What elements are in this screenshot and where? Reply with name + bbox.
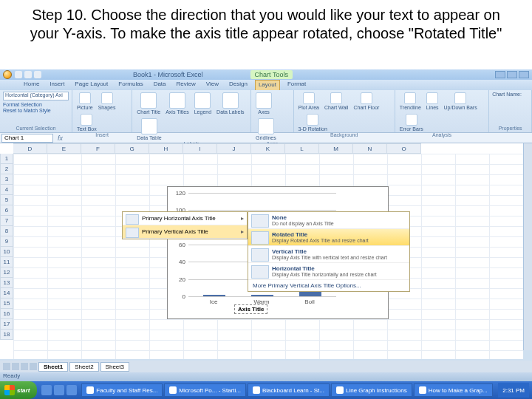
tab-home[interactable]: Home bbox=[21, 80, 42, 90]
data-labels-button[interactable]: Data Labels bbox=[215, 92, 245, 115]
data-table-button[interactable]: Data Table bbox=[135, 117, 163, 141]
chart-bar[interactable] bbox=[251, 295, 273, 296]
updown-bars-button[interactable]: Up/Down Bars bbox=[443, 92, 479, 111]
tab-view[interactable]: View bbox=[203, 80, 222, 90]
lines-button[interactable]: Lines bbox=[425, 92, 440, 111]
col-header[interactable]: O bbox=[387, 143, 421, 154]
submenu-vertical-axis-title[interactable]: Primary Vertical Axis Title bbox=[123, 225, 247, 239]
insert-shapes-button[interactable]: Shapes bbox=[97, 92, 117, 111]
sheet-nav-next-icon[interactable] bbox=[21, 363, 28, 370]
option-vertical-title[interactable]: Vertical Title Display Axis Title with v… bbox=[248, 246, 409, 263]
fx-icon[interactable]: fx bbox=[58, 134, 63, 142]
row-header[interactable]: 9 bbox=[0, 236, 13, 247]
chart-name-label: Chart Name: bbox=[492, 92, 528, 97]
quick-access-toolbar bbox=[15, 71, 41, 78]
tab-formulas[interactable]: Formulas bbox=[115, 80, 146, 90]
col-header[interactable]: F bbox=[81, 143, 115, 154]
option-none[interactable]: None Do not display an Axis Title bbox=[248, 212, 409, 229]
sheet-nav-last-icon[interactable] bbox=[30, 363, 37, 370]
axes-button[interactable]: Axes bbox=[254, 92, 273, 115]
submenu-horizontal-axis-title[interactable]: Primary Horizontal Axis Title bbox=[123, 212, 247, 225]
office-button[interactable] bbox=[3, 70, 12, 79]
ql-explorer-icon[interactable] bbox=[66, 385, 77, 395]
axis-title-placeholder[interactable]: Axis Title bbox=[234, 304, 267, 314]
row-header[interactable]: 14 bbox=[0, 288, 13, 299]
option-horizontal-title[interactable]: Horizontal Title Display Axis Title hori… bbox=[248, 263, 409, 280]
tab-page-layout[interactable]: Page Layout bbox=[72, 80, 111, 90]
row-header[interactable]: 17 bbox=[0, 319, 13, 330]
start-button[interactable]: start bbox=[0, 381, 37, 399]
tab-insert[interactable]: Insert bbox=[47, 80, 67, 90]
row-header[interactable]: 1 bbox=[0, 154, 13, 164]
col-header[interactable]: I bbox=[183, 143, 217, 154]
insert-textbox-button[interactable]: Text Box bbox=[75, 113, 98, 132]
col-header[interactable]: K bbox=[251, 143, 285, 154]
vertical-scrollbar[interactable] bbox=[523, 143, 532, 350]
row-header[interactable]: 5 bbox=[0, 195, 13, 205]
taskbar-item[interactable]: How to Make a Grap... bbox=[414, 383, 493, 397]
ql-desktop-icon[interactable] bbox=[54, 385, 64, 395]
qat-redo-icon[interactable] bbox=[34, 71, 41, 78]
chart-floor-button[interactable]: Chart Floor bbox=[352, 92, 381, 111]
row-header[interactable]: 18 bbox=[0, 330, 13, 340]
taskbar-item[interactable]: Line Graph Instructions bbox=[331, 383, 412, 397]
row-header[interactable]: 10 bbox=[0, 247, 13, 257]
row-header[interactable]: 8 bbox=[0, 226, 13, 236]
option-rotated-title[interactable]: Rotated Title Display Rotated Axis Title… bbox=[248, 229, 409, 246]
row-header[interactable]: 11 bbox=[0, 257, 13, 267]
error-bars-button[interactable]: Error Bars bbox=[398, 113, 425, 132]
sheet-tab-2[interactable]: Sheet2 bbox=[69, 362, 98, 372]
format-selection-button[interactable]: Format Selection bbox=[3, 102, 69, 107]
trendline-button[interactable]: Trendline bbox=[398, 92, 423, 111]
row-header[interactable]: 3 bbox=[0, 174, 13, 185]
taskbar-item[interactable]: Microsoft Po... - Starti... bbox=[164, 383, 246, 397]
sheet-nav-prev-icon[interactable] bbox=[12, 363, 19, 370]
reset-style-button[interactable]: Reset to Match Style bbox=[3, 108, 69, 113]
sheet-nav-first-icon[interactable] bbox=[3, 363, 10, 370]
row-header[interactable]: 7 bbox=[0, 216, 13, 226]
col-header[interactable]: J bbox=[217, 143, 251, 154]
name-box[interactable]: Chart 1 bbox=[1, 134, 53, 143]
option-more-options[interactable]: More Primary Vertical Axis Title Options… bbox=[248, 280, 409, 291]
rotation-3d-button[interactable]: 3-D Rotation bbox=[297, 113, 329, 132]
gridlines-button[interactable]: Gridlines bbox=[254, 117, 278, 141]
row-header[interactable]: 12 bbox=[0, 267, 13, 278]
plot-area-button[interactable]: Plot Area bbox=[297, 92, 321, 111]
sheet-tab-3[interactable]: Sheet3 bbox=[100, 362, 129, 372]
tab-data[interactable]: Data bbox=[151, 80, 169, 90]
col-header[interactable]: H bbox=[149, 143, 183, 154]
legend-button[interactable]: Legend bbox=[193, 92, 213, 115]
maximize-button[interactable] bbox=[507, 71, 517, 78]
tab-design[interactable]: Design bbox=[226, 80, 250, 90]
tab-review[interactable]: Review bbox=[174, 80, 199, 90]
col-header[interactable]: L bbox=[285, 143, 319, 154]
chart-element-dropdown[interactable]: Horizontal (Category) Axi bbox=[3, 92, 69, 100]
minimize-button[interactable] bbox=[495, 71, 505, 78]
col-header[interactable]: G bbox=[115, 143, 149, 154]
chart-bar[interactable] bbox=[203, 295, 225, 296]
col-header[interactable]: E bbox=[47, 143, 81, 154]
sheet-tab-1[interactable]: Sheet1 bbox=[38, 362, 68, 372]
tab-format[interactable]: Format bbox=[284, 80, 309, 90]
row-header[interactable]: 2 bbox=[0, 164, 13, 174]
ql-ie-icon[interactable] bbox=[41, 385, 52, 395]
system-tray[interactable]: 2:31 PM bbox=[498, 383, 529, 398]
row-header[interactable]: 6 bbox=[0, 205, 13, 216]
row-header[interactable]: 15 bbox=[0, 299, 13, 309]
qat-undo-icon[interactable] bbox=[24, 71, 32, 78]
row-header[interactable]: 13 bbox=[0, 278, 13, 288]
row-header[interactable]: 4 bbox=[0, 185, 13, 195]
close-button[interactable] bbox=[519, 71, 529, 78]
axis-titles-button[interactable]: Axis Titles bbox=[164, 92, 191, 115]
col-header[interactable]: N bbox=[353, 143, 387, 154]
col-header[interactable]: M bbox=[319, 143, 353, 154]
row-header[interactable]: 16 bbox=[0, 309, 13, 319]
tab-layout[interactable]: Layout bbox=[255, 80, 280, 90]
qat-save-icon[interactable] bbox=[15, 71, 22, 78]
col-header[interactable]: D bbox=[13, 143, 47, 154]
chart-title-button[interactable]: Chart Title bbox=[135, 92, 162, 115]
chart-wall-button[interactable]: Chart Wall bbox=[323, 92, 349, 111]
insert-picture-button[interactable]: Picture bbox=[75, 92, 95, 111]
taskbar-item[interactable]: Faculty and Staff Res... bbox=[81, 383, 163, 397]
taskbar-item[interactable]: Blackboard Learn - St... bbox=[248, 383, 330, 397]
